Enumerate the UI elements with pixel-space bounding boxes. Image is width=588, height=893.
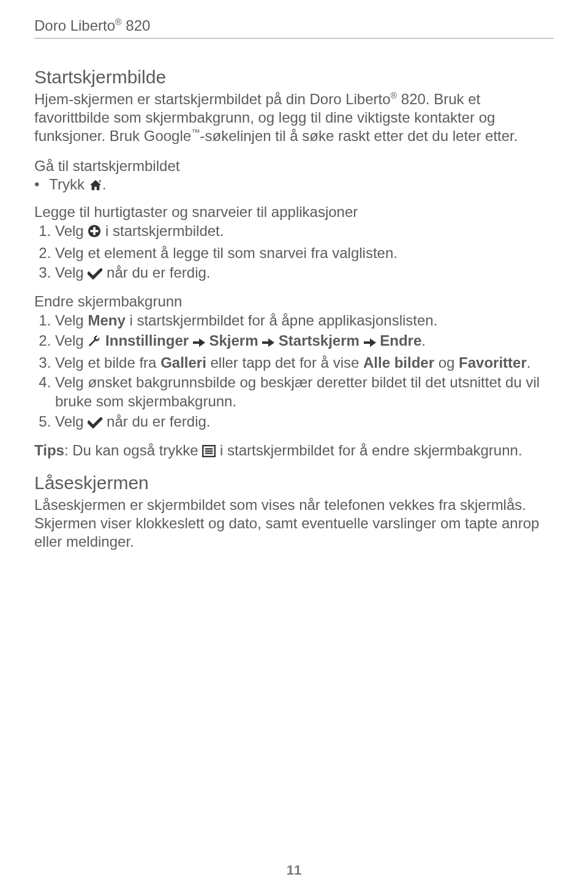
checkmark-icon	[88, 265, 102, 284]
list-item: Velg ønsket bakgrunnsbilde og beskjær de…	[55, 373, 554, 411]
arrow-right-icon	[262, 333, 274, 352]
page: Doro Liberto® 820 Startskjermbilde Hjem-…	[0, 0, 588, 893]
tip-pre: : Du kan også trykke	[64, 442, 202, 458]
text: i startskjermbildet for å åpne applikasj…	[126, 312, 438, 329]
section-title-laseskjermen: Låseskjermen	[34, 473, 554, 493]
text: Velg et bilde fra	[55, 354, 160, 371]
text: eller tapp det for å vise	[206, 354, 363, 371]
list-item: Velg i startskjermbildet.	[55, 222, 554, 243]
list-item: Velg når du er ferdig.	[55, 412, 554, 433]
svg-rect-2	[91, 230, 99, 232]
text: .	[527, 354, 531, 371]
bold-meny: Meny	[88, 312, 125, 329]
intro-paragraph: Hjem-skjermen er startskjermbildet på di…	[34, 90, 554, 145]
bold-startskjerm: Startskjerm	[279, 332, 364, 349]
page-number: 11	[0, 862, 588, 878]
tip-label: Tips	[34, 442, 64, 458]
list-item: Velg Innstillinger Skjerm Startskjerm En…	[55, 332, 554, 352]
plus-circle-icon	[88, 224, 101, 243]
menu-icon	[202, 443, 216, 462]
tip-post: i startskjermbildet for å endre skjermba…	[220, 442, 522, 458]
arrow-right-icon	[364, 333, 376, 352]
list-item: Velg et element å legge til som snarvei …	[55, 244, 554, 263]
text: .	[421, 332, 426, 349]
wrench-icon	[88, 333, 101, 352]
text: når du er ferdig.	[107, 413, 210, 430]
arrow-right-icon	[193, 333, 205, 352]
home-icon	[89, 178, 102, 195]
lockscreen-paragraph: Låseskjermen er skjermbildet som vises n…	[34, 496, 554, 551]
text: Velg	[55, 264, 88, 281]
text: Velg	[55, 332, 88, 349]
subheading-go-home: Gå til startskjermbildet	[34, 158, 554, 175]
header-rule	[34, 38, 554, 39]
bullet-press-home: • Trykk .	[34, 176, 554, 195]
list-item: Velg når du er ferdig.	[55, 264, 554, 284]
ordered-list-wallpaper: Velg Meny i startskjermbildet for å åpne…	[34, 311, 554, 433]
bold-alle-bilder: Alle bilder	[363, 354, 434, 371]
text: Velg	[55, 413, 88, 430]
product-title: Doro Liberto® 820	[34, 17, 554, 34]
tip-paragraph: Tips: Du kan også trykke i startskjermbi…	[34, 441, 554, 462]
text: Velg	[55, 312, 88, 329]
subheading-change-wallpaper: Endre skjermbakgrunn	[34, 293, 554, 310]
checkmark-icon	[88, 414, 102, 433]
list-item: Velg et bilde fra Galleri eller tapp det…	[55, 354, 554, 373]
text: når du er ferdig.	[107, 264, 210, 281]
list-item: Velg Meny i startskjermbildet for å åpne…	[55, 311, 554, 330]
bold-endre: Endre	[380, 332, 421, 349]
subheading-add-shortcuts: Legge til hurtigtaster og snarveier til …	[34, 203, 554, 221]
section-title-startskjermbilde: Startskjermbilde	[34, 67, 554, 88]
bullet-text-post: .	[102, 176, 107, 192]
text: i startskjermbildet.	[105, 222, 224, 239]
bold-favoritter: Favoritter	[459, 354, 527, 371]
ordered-list-shortcuts: Velg i startskjermbildet. Velg et elemen…	[34, 222, 554, 284]
text: og	[434, 354, 459, 371]
bullet-text-pre: Trykk	[49, 176, 88, 192]
bold-skjerm: Skjerm	[209, 332, 262, 349]
bold-galleri: Galleri	[160, 354, 206, 371]
text: Velg	[55, 222, 88, 239]
bold-innstillinger: Innstillinger	[105, 332, 193, 349]
